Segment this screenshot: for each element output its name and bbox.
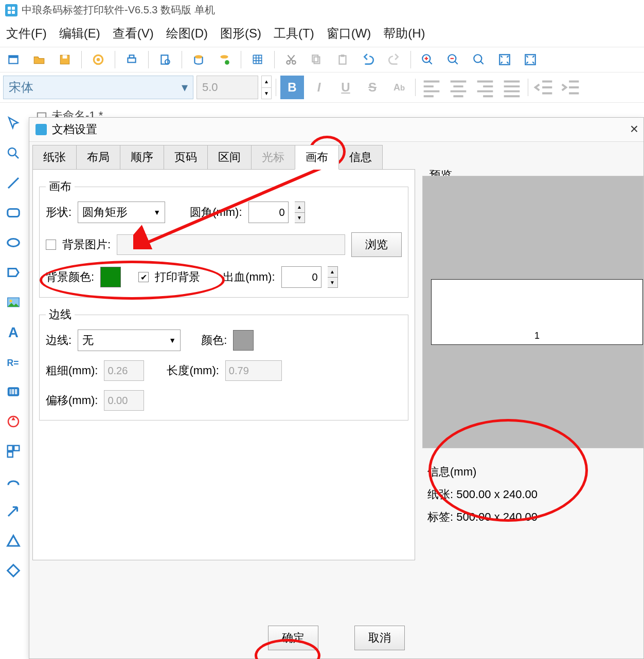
tool-palette: A R= bbox=[0, 108, 29, 586]
database-icon[interactable] bbox=[188, 49, 209, 70]
border-select[interactable]: 无 ▼ bbox=[78, 330, 181, 351]
svg-rect-20 bbox=[312, 55, 318, 62]
thickness-input[interactable] bbox=[104, 360, 144, 381]
redo-icon[interactable] bbox=[384, 49, 404, 70]
line-tool-icon[interactable] bbox=[2, 172, 25, 194]
zoom-reset-icon[interactable] bbox=[469, 49, 489, 70]
tab-page[interactable]: 页码 bbox=[164, 145, 208, 170]
tab-sequence[interactable]: 顺序 bbox=[120, 145, 164, 170]
strike-button[interactable]: S bbox=[361, 76, 384, 99]
align-center-icon[interactable] bbox=[446, 76, 470, 99]
close-icon[interactable]: × bbox=[630, 121, 638, 137]
fit-selection-icon[interactable] bbox=[520, 49, 541, 70]
bg-image-path-input[interactable] bbox=[117, 234, 345, 255]
dropdown-icon: ▾ bbox=[182, 80, 188, 95]
tab-paper[interactable]: 纸张 bbox=[32, 145, 77, 170]
ok-button[interactable]: 确定 bbox=[268, 626, 318, 650]
italic-button[interactable]: I bbox=[307, 76, 331, 99]
font-size-up[interactable]: ▲ bbox=[262, 76, 271, 88]
triangle-tool-icon[interactable] bbox=[2, 529, 25, 552]
text-tool-icon[interactable]: A bbox=[2, 321, 25, 343]
database-config-icon[interactable] bbox=[214, 49, 235, 70]
cancel-button[interactable]: 取消 bbox=[354, 626, 405, 650]
cursor-tool-icon[interactable] bbox=[2, 112, 25, 135]
font-family-select[interactable]: 宋体 ▾ bbox=[3, 76, 193, 99]
shape-select[interactable]: 圆角矩形 ▼ bbox=[78, 202, 165, 223]
bleed-spinner[interactable]: ▲▼ bbox=[328, 266, 338, 288]
bleed-input[interactable] bbox=[281, 266, 321, 288]
new-file-icon[interactable] bbox=[3, 49, 24, 70]
menu-shape[interactable]: 图形(S) bbox=[220, 25, 261, 42]
align-right-icon[interactable] bbox=[473, 76, 497, 99]
browse-button[interactable]: 浏览 bbox=[351, 232, 402, 257]
undo-icon[interactable] bbox=[358, 49, 379, 70]
align-justify-icon[interactable] bbox=[500, 76, 524, 99]
ellipse-tool-icon[interactable] bbox=[2, 231, 25, 254]
menu-help[interactable]: 帮助(H) bbox=[383, 25, 425, 42]
menu-window[interactable]: 窗口(W) bbox=[327, 25, 371, 42]
copy-icon[interactable] bbox=[307, 49, 327, 70]
qrcode-tool-icon[interactable] bbox=[2, 440, 25, 463]
border-value: 无 bbox=[82, 333, 94, 348]
menu-tool[interactable]: 工具(T) bbox=[274, 25, 314, 42]
radius-input[interactable] bbox=[248, 202, 289, 223]
indent-increase-icon[interactable] bbox=[559, 76, 583, 99]
bg-color-swatch[interactable] bbox=[100, 267, 121, 287]
tab-info[interactable]: 信息 bbox=[338, 145, 383, 170]
tab-layout[interactable]: 布局 bbox=[76, 145, 120, 170]
shape-tool-icon[interactable] bbox=[2, 410, 25, 433]
bold-button[interactable]: B bbox=[280, 76, 304, 99]
menu-bar: 文件(F) 编辑(E) 查看(V) 绘图(D) 图形(S) 工具(T) 窗口(W… bbox=[0, 20, 644, 47]
open-file-icon[interactable] bbox=[29, 49, 49, 70]
svg-rect-5 bbox=[9, 56, 17, 58]
canvas-legend: 画布 bbox=[46, 179, 75, 194]
curve-tool-icon[interactable] bbox=[2, 470, 25, 492]
fit-screen-icon[interactable] bbox=[494, 49, 515, 70]
info-paper: 纸张: 500.00 x 240.00 bbox=[427, 483, 643, 506]
font-size-input[interactable] bbox=[196, 76, 258, 99]
font-size-down[interactable]: ▼ bbox=[262, 88, 271, 99]
save-icon[interactable] bbox=[55, 49, 75, 70]
zoom-tool-icon[interactable] bbox=[2, 142, 25, 164]
barcode-tool-icon[interactable] bbox=[2, 380, 25, 403]
cut-icon[interactable] bbox=[281, 49, 301, 70]
preview-area: 1 bbox=[422, 176, 643, 448]
menu-edit[interactable]: 编辑(E) bbox=[59, 25, 100, 42]
svg-point-25 bbox=[474, 54, 481, 62]
length-input[interactable] bbox=[225, 360, 282, 381]
rounded-rect-tool-icon[interactable] bbox=[2, 202, 25, 224]
svg-point-13 bbox=[165, 60, 170, 64]
border-fieldset: 边线 边线: 无 ▼ 颜色: 粗细(mm): 长度(mm): bbox=[39, 307, 408, 420]
tab-cursor[interactable]: 光标 bbox=[251, 145, 295, 170]
print-bg-checkbox[interactable] bbox=[138, 272, 149, 282]
tab-region[interactable]: 区间 bbox=[207, 145, 252, 170]
paste-icon[interactable] bbox=[332, 49, 353, 70]
settings-gear-icon[interactable] bbox=[88, 49, 109, 70]
align-left-icon[interactable] bbox=[420, 76, 443, 99]
border-color-swatch[interactable] bbox=[233, 330, 254, 351]
radius-spinner[interactable]: ▲▼ bbox=[295, 202, 305, 223]
svg-rect-38 bbox=[14, 446, 19, 451]
tab-canvas[interactable]: 画布 bbox=[295, 145, 339, 170]
arrow-tool-icon[interactable] bbox=[2, 500, 25, 522]
menu-view[interactable]: 查看(V) bbox=[113, 25, 154, 42]
variable-text-icon[interactable]: R= bbox=[2, 351, 25, 373]
bg-image-checkbox[interactable] bbox=[46, 240, 56, 250]
diamond-tool-icon[interactable] bbox=[2, 559, 25, 582]
menu-draw[interactable]: 绘图(D) bbox=[166, 25, 208, 42]
svg-point-9 bbox=[97, 58, 100, 62]
main-toolbar bbox=[0, 47, 644, 72]
menu-file[interactable]: 文件(F) bbox=[6, 25, 47, 42]
underline-button[interactable]: U bbox=[334, 76, 357, 99]
print-preview-icon[interactable] bbox=[155, 49, 175, 70]
offset-input[interactable] bbox=[104, 390, 144, 411]
grid-icon[interactable] bbox=[247, 49, 268, 70]
superscript-button[interactable]: Ab bbox=[387, 76, 411, 99]
zoom-in-icon[interactable] bbox=[417, 49, 438, 70]
indent-decrease-icon[interactable] bbox=[532, 76, 556, 99]
print-icon[interactable] bbox=[121, 49, 142, 70]
zoom-out-icon[interactable] bbox=[443, 49, 463, 70]
image-tool-icon[interactable] bbox=[2, 291, 25, 314]
svg-rect-10 bbox=[128, 58, 135, 63]
polygon-tool-icon[interactable] bbox=[2, 261, 25, 284]
